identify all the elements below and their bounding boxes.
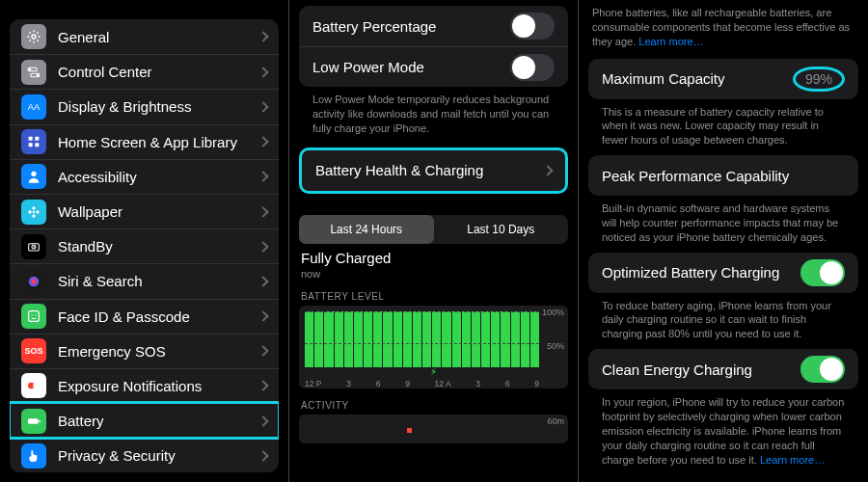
settings-row-display-brightness[interactable]: AADisplay & Brightness — [10, 89, 279, 123]
x-tick: 9 — [405, 379, 410, 388]
bar — [501, 311, 509, 367]
svg-point-21 — [31, 314, 32, 315]
tab-last-24-hours[interactable]: Last 24 Hours — [299, 215, 434, 244]
clock-icon — [21, 234, 46, 259]
optimized-charging-label: Optimized Battery Charging — [602, 264, 779, 281]
optimized-charging-toggle[interactable] — [800, 259, 845, 286]
chevron-right-icon — [258, 276, 268, 286]
x-tick: 9 — [534, 379, 539, 388]
bar — [393, 311, 402, 367]
settings-row-home-screen-app-library[interactable]: Home Screen & App Library — [10, 124, 279, 159]
svg-rect-8 — [29, 143, 33, 147]
settings-row-label: Battery — [58, 413, 259, 429]
siri-icon — [21, 269, 46, 294]
toggles-icon — [21, 60, 46, 85]
battery-level-chart: 100% 50% ⚡︎ 12 P36912 A369 — [299, 306, 568, 388]
svg-point-15 — [36, 210, 39, 213]
tab-last-10-days[interactable]: Last 10 Days — [434, 215, 569, 244]
settings-row-privacy-security[interactable]: Privacy & Security — [10, 438, 279, 472]
settings-row-label: General — [58, 29, 259, 45]
x-tick: 3 — [346, 379, 351, 388]
bar — [383, 311, 392, 367]
settings-row-label: Emergency SOS — [58, 343, 259, 360]
settings-row-label: Accessibility — [58, 169, 259, 185]
settings-row-standby[interactable]: StandBy — [10, 228, 279, 263]
settings-row-face-id-passcode[interactable]: Face ID & Passcode — [10, 299, 279, 334]
settings-row-label: Control Center — [58, 64, 259, 80]
settings-row-battery[interactable]: Battery — [10, 403, 279, 438]
maximum-capacity-row: Maximum Capacity 99% — [588, 59, 858, 99]
bar — [344, 311, 353, 367]
settings-row-label: Siri & Search — [58, 273, 259, 289]
chevron-right-icon — [258, 67, 268, 77]
optimized-charging-description: To reduce battery aging, iPhone learns f… — [588, 293, 858, 344]
charge-status-sub: now — [301, 268, 566, 280]
x-tick: 3 — [475, 379, 480, 388]
flower-icon — [21, 200, 46, 225]
learn-more-link[interactable]: Learn more… — [638, 36, 703, 47]
settings-row-emergency-sos[interactable]: SOSEmergency SOS — [10, 334, 279, 368]
time-range-segmented[interactable]: Last 24 Hours Last 10 Days — [299, 215, 568, 244]
activity-label: ACTIVITY — [299, 388, 568, 415]
bar — [462, 311, 471, 367]
svg-point-24 — [33, 383, 40, 389]
svg-rect-20 — [29, 311, 40, 322]
settings-row-general[interactable]: General — [10, 19, 279, 54]
settings-row-accessibility[interactable]: Accessibility — [10, 159, 279, 194]
bar — [373, 311, 382, 367]
maximum-capacity-label: Maximum Capacity — [602, 70, 725, 87]
optimized-charging-row[interactable]: Optimized Battery Charging — [588, 253, 858, 293]
battery-percentage-row[interactable]: Battery Percentage — [299, 6, 568, 46]
clean-energy-row[interactable]: Clean Energy Charging — [588, 349, 858, 389]
settings-list: GeneralControl CenterAADisplay & Brightn… — [0, 19, 288, 472]
svg-point-12 — [32, 206, 35, 209]
svg-point-2 — [29, 67, 32, 70]
chevron-right-icon — [258, 136, 268, 147]
svg-point-10 — [31, 172, 36, 176]
battery-percentage-toggle[interactable] — [510, 13, 555, 40]
clean-energy-label: Clean Energy Charging — [602, 362, 752, 378]
battery-pane: Battery Percentage Low Power Mode Low Po… — [289, 0, 579, 482]
clean-energy-toggle[interactable] — [800, 356, 845, 383]
low-power-mode-description: Low Power Mode temporarily reduces backg… — [299, 87, 568, 138]
settings-row-wallpaper[interactable]: Wallpaper — [10, 194, 279, 228]
low-power-mode-row[interactable]: Low Power Mode — [299, 46, 568, 87]
svg-point-13 — [32, 214, 35, 217]
battery-health-row[interactable]: Battery Health & Charging — [299, 147, 568, 194]
bar — [413, 311, 421, 367]
svg-point-0 — [32, 35, 36, 39]
svg-rect-25 — [28, 418, 39, 423]
charging-icon: ⚡︎ — [430, 366, 437, 377]
svg-rect-7 — [35, 137, 39, 141]
activity-chart: 60m — [299, 415, 568, 443]
grid-icon — [21, 129, 46, 154]
y-60m: 60m — [547, 416, 564, 426]
y-50: 50% — [547, 341, 564, 351]
chevron-right-icon — [258, 206, 268, 217]
exposure-icon — [21, 373, 46, 398]
svg-rect-9 — [35, 143, 39, 147]
chevron-right-icon — [258, 415, 268, 426]
svg-point-22 — [35, 314, 36, 315]
settings-row-exposure-notifications[interactable]: Exposure Notifications — [10, 368, 279, 403]
gear-icon — [21, 24, 46, 49]
bar — [403, 311, 412, 367]
low-power-mode-toggle[interactable] — [510, 54, 555, 81]
bar — [481, 311, 490, 367]
sos-icon: SOS — [21, 338, 46, 363]
learn-more-link[interactable]: Learn more… — [760, 454, 825, 466]
x-tick: 12 P — [305, 379, 322, 388]
chevron-right-icon — [258, 101, 268, 112]
peak-performance-row[interactable]: Peak Performance Capability — [588, 155, 858, 196]
chevron-right-icon — [258, 310, 268, 321]
x-tick: 6 — [505, 379, 510, 388]
bar — [314, 311, 323, 367]
settings-pane: GeneralControl CenterAADisplay & Brightn… — [0, 0, 289, 482]
svg-rect-6 — [29, 137, 33, 141]
settings-row-label: Display & Brightness — [58, 98, 259, 115]
settings-row-control-center[interactable]: Control Center — [10, 54, 279, 89]
settings-row-label: Home Screen & App Library — [58, 134, 259, 150]
chevron-right-icon — [258, 450, 268, 461]
bar — [324, 311, 333, 367]
settings-row-siri-search[interactable]: Siri & Search — [10, 263, 279, 298]
